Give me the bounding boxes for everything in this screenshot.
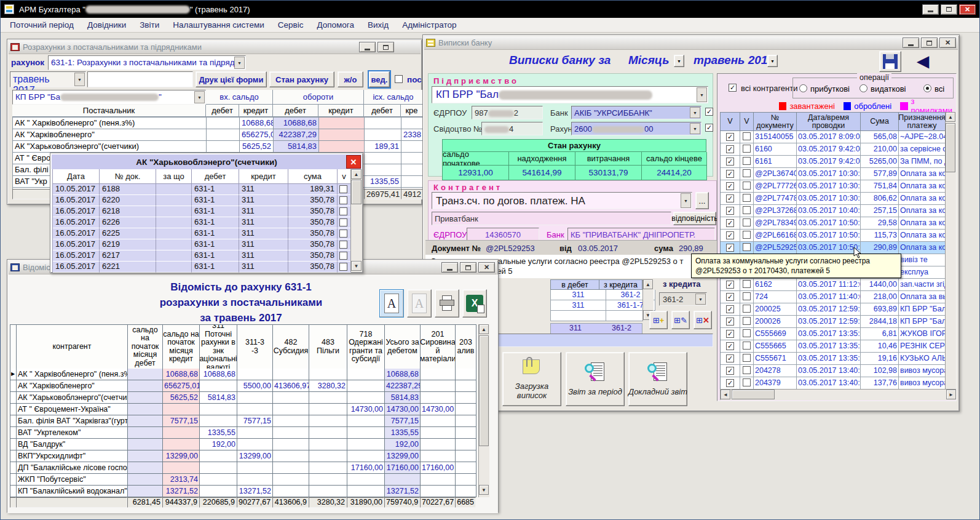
cert-field[interactable]: 4 xyxy=(481,122,543,135)
contragent-name[interactable]: КП "Балаклійський водоканал" xyxy=(17,486,128,497)
row-check-processed[interactable] xyxy=(740,365,754,377)
row-check-processed[interactable] xyxy=(740,156,754,168)
checkbox-checked[interactable]: ✓ xyxy=(726,367,734,375)
search-input[interactable] xyxy=(87,71,193,87)
suppliers-titlebar[interactable]: Розрахунки з постачальниками та підрядни… xyxy=(9,41,421,54)
edit-posting-button[interactable]: ⊞✎ xyxy=(671,311,690,329)
contragent-name[interactable]: Бал. філія ВАТ "Харківгаз"(гурто xyxy=(17,415,128,427)
checkbox-checked[interactable]: ✓ xyxy=(726,170,734,178)
outcome-radio[interactable] xyxy=(859,84,867,92)
doc-sum[interactable]: 577,89 xyxy=(861,168,899,180)
doc-sum[interactable]: 6,81 xyxy=(861,328,899,340)
contragent-name[interactable]: АК " Харківобленерго" (пеня.з% xyxy=(17,369,128,380)
checkbox-checked[interactable]: ✓ xyxy=(726,379,734,387)
supplier-name[interactable]: АК "Харьковоблэнерго"(счетчики) xyxy=(13,141,207,153)
doc-sum[interactable]: 10,46 xyxy=(861,340,899,353)
checkbox-unchecked[interactable] xyxy=(743,231,751,239)
doc-sum[interactable]: 218,00 xyxy=(861,291,899,303)
popup-check-cell[interactable] xyxy=(338,217,351,228)
doc-sum[interactable]: 693,89 xyxy=(861,303,899,316)
save-button[interactable] xyxy=(879,51,901,72)
contragent-combobox[interactable]: Транз.сч. по догов. платеж. НА▼ xyxy=(432,192,692,209)
credit-combobox[interactable]: 361-2▼ xyxy=(659,292,707,306)
doc-sum[interactable]: 1440,00 xyxy=(861,279,899,291)
bank-combobox[interactable]: АКІБ "УКРСИББАНК"▼ xyxy=(571,106,701,119)
doc-purpose[interactable]: Оплата за коммун xyxy=(899,217,946,230)
win2-close-button[interactable]: ✕ xyxy=(939,38,956,48)
doc-number[interactable]: @2PL37268 xyxy=(754,205,797,217)
doc-number[interactable]: 315140055 xyxy=(754,131,797,143)
posting-debet[interactable] xyxy=(551,311,606,321)
period-type-combobox[interactable]: Місяць xyxy=(628,54,669,67)
account-state-button[interactable]: Стан рахунку xyxy=(269,71,334,87)
doc-datetime[interactable]: 03.05.2017 11:40:00 xyxy=(797,291,861,303)
horizontal-scrollbar[interactable]: ◄ ► xyxy=(720,389,956,400)
checkbox-checked[interactable]: ✓ xyxy=(726,318,734,326)
doc-datetime[interactable]: 03.05.2017 8:09:00 xyxy=(797,131,861,143)
delete-posting-button[interactable]: ⊞✕ xyxy=(694,311,712,329)
row-check-processed[interactable] xyxy=(740,291,754,303)
popup-titlebar[interactable]: АК "Харьковоблэнерго"(счетчики) xyxy=(52,154,362,169)
row-check-processed[interactable] xyxy=(740,217,754,230)
menu-item[interactable]: Довідники xyxy=(81,20,133,30)
chevron-down-icon[interactable]: ▼ xyxy=(234,57,245,69)
doc-sum[interactable]: 565,08 xyxy=(861,131,899,143)
all-ops-radio[interactable] xyxy=(923,84,931,92)
checkbox-unchecked[interactable] xyxy=(743,157,751,165)
popup-close-button[interactable]: ✕ xyxy=(346,155,361,169)
checkbox-checked[interactable]: ✓ xyxy=(726,133,734,141)
font-button-inactive[interactable]: A xyxy=(407,289,432,318)
row-check-loaded[interactable]: ✓ xyxy=(721,168,740,180)
doc-sum[interactable]: 751,84 xyxy=(861,180,899,193)
popup-check-cell[interactable] xyxy=(338,239,351,250)
checkbox-unchecked[interactable] xyxy=(743,169,751,177)
checkbox-checked[interactable]: ✓ xyxy=(726,281,734,289)
doc-purpose[interactable]: Оплата за вывоз м xyxy=(899,291,946,303)
contragent-name[interactable]: АК "Харьковоблэнерго"(счетчик xyxy=(17,392,128,404)
doc-number[interactable]: 204278 xyxy=(754,365,797,377)
row-check-processed[interactable] xyxy=(740,131,754,143)
doc-sum[interactable]: 102,98 xyxy=(861,365,899,377)
row-check-loaded[interactable]: ✓ xyxy=(721,180,740,193)
row-checkbox[interactable] xyxy=(339,196,347,204)
doc-number[interactable]: @2PL66168 xyxy=(754,230,797,242)
doc-purpose[interactable]: Оплата за коммун xyxy=(899,242,946,254)
row-check-processed[interactable] xyxy=(740,353,754,365)
row-check-loaded[interactable]: ✓ xyxy=(721,353,740,365)
checkbox-checked[interactable]: ✓ xyxy=(726,219,734,227)
popup-check-cell[interactable] xyxy=(338,184,351,195)
row-check-processed[interactable] xyxy=(740,340,754,353)
menu-item[interactable]: Налаштування системи xyxy=(166,20,271,30)
vertical-scrollbar[interactable]: ▲ xyxy=(945,112,956,389)
menu-item[interactable]: Звіти xyxy=(133,20,166,30)
contragent-name[interactable]: АТ " Євроцемент-Україна" xyxy=(17,404,128,415)
doc-number[interactable]: C555665 xyxy=(754,340,797,353)
row-checkbox[interactable] xyxy=(339,207,347,215)
menu-item[interactable]: Адміністратор xyxy=(395,20,463,30)
row-check-processed[interactable] xyxy=(740,303,754,316)
font-button-active[interactable]: A xyxy=(379,289,404,318)
checkbox-unchecked[interactable] xyxy=(743,280,751,288)
win4-maximize-button[interactable] xyxy=(460,262,476,273)
current-posting-row[interactable]: 311361-2 xyxy=(550,323,642,334)
checkbox-unchecked[interactable] xyxy=(743,329,751,337)
doc-purpose[interactable]: КП БРР "Балакл.Ж xyxy=(899,316,946,328)
load-statements-button[interactable]: Загрузка виписок xyxy=(502,352,561,406)
doc-sum[interactable]: 210,00 xyxy=(861,143,899,156)
row-check-loaded[interactable]: ✓ xyxy=(721,143,740,156)
contragent-edrpou[interactable]: 14360570 xyxy=(467,228,539,241)
doc-purpose[interactable]: Оплата за коммун xyxy=(899,193,946,205)
doc-datetime[interactable]: 03.05.2017 10:50:00 xyxy=(797,242,861,254)
posting-debet[interactable]: 311 xyxy=(551,300,606,311)
doc-purpose[interactable]: Оплата за коммун xyxy=(899,205,946,217)
chevron-down-icon[interactable]: ▼ xyxy=(681,193,691,208)
doc-number[interactable]: 204379 xyxy=(754,377,797,390)
doc-sum[interactable]: 19,16 xyxy=(861,353,899,365)
chevron-down-icon[interactable]: ▼ xyxy=(74,73,85,86)
doc-purpose[interactable]: вивіз те xyxy=(899,254,946,266)
row-check-loaded[interactable]: ✓ xyxy=(721,316,740,328)
checkbox-checked[interactable]: ✓ xyxy=(726,194,734,202)
doc-number[interactable]: 724 xyxy=(754,291,797,303)
doc-purpose[interactable]: За ПММ, по догово xyxy=(899,156,946,168)
doc-datetime[interactable]: 03.05.2017 9:42:00 xyxy=(797,143,861,156)
